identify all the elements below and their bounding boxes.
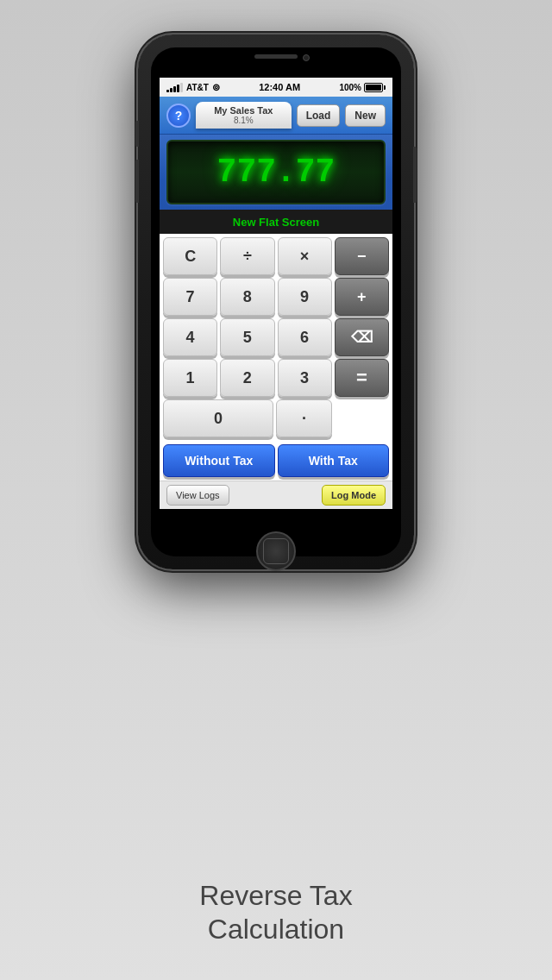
home-button-inner [263, 538, 289, 564]
carrier-label: AT&T [186, 83, 209, 92]
load-button[interactable]: Load [297, 104, 341, 127]
home-button[interactable] [256, 531, 296, 571]
screen: AT&T ⊚ 12:40 AM 100% [160, 78, 392, 509]
status-right: 100% [339, 83, 386, 92]
key-plus[interactable]: + [335, 278, 389, 316]
signal-bar-3 [173, 86, 176, 92]
item-label: New Flat Screen [233, 216, 319, 229]
item-label-bar: New Flat Screen [160, 210, 392, 234]
status-time: 12:40 AM [259, 82, 300, 92]
status-bar: AT&T ⊚ 12:40 AM 100% [160, 78, 392, 97]
speaker [254, 54, 298, 59]
key-equals[interactable]: = [335, 359, 389, 397]
key-multiply[interactable]: × [278, 237, 332, 275]
key-spacer [335, 399, 389, 437]
calculator-display: 777.77 [166, 140, 386, 204]
key-clear[interactable]: C [163, 237, 217, 275]
key-row-4: 1 2 3 = [163, 359, 389, 397]
side-button-power [413, 147, 417, 203]
page-wrapper: AT&T ⊚ 12:40 AM 100% [0, 0, 552, 980]
key-6[interactable]: 6 [278, 318, 332, 356]
phone-shell: AT&T ⊚ 12:40 AM 100% [138, 35, 414, 569]
key-9[interactable]: 9 [278, 278, 332, 316]
action-row: Without Tax With Tax [160, 441, 392, 481]
key-backspace[interactable]: ⌫ [335, 318, 389, 356]
battery-icon [364, 83, 386, 92]
camera [303, 54, 310, 61]
battery-tip [384, 85, 386, 90]
key-4[interactable]: 4 [163, 318, 217, 356]
profile-tab[interactable]: My Sales Tax 8.1% [196, 102, 292, 129]
key-row-3: 4 5 6 ⌫ [163, 318, 389, 356]
view-logs-button[interactable]: View Logs [166, 485, 229, 506]
bottom-bar: View Logs Log Mode [160, 481, 392, 509]
key-5[interactable]: 5 [220, 318, 274, 356]
wifi-icon: ⊚ [212, 82, 220, 93]
side-button-volume [135, 160, 139, 203]
phone-inner: AT&T ⊚ 12:40 AM 100% [151, 47, 401, 556]
key-row-2: 7 8 9 + [163, 278, 389, 316]
profile-name: My Sales Tax [203, 105, 285, 116]
status-left: AT&T ⊚ [166, 82, 220, 93]
key-3[interactable]: 3 [278, 359, 332, 397]
toolbar: ? My Sales Tax 8.1% Load New [160, 97, 392, 135]
key-divide[interactable]: ÷ [220, 237, 274, 275]
keypad: C ÷ × − 7 8 9 + [160, 234, 392, 441]
profile-rate: 8.1% [203, 116, 285, 125]
signal-bar-5 [180, 83, 183, 92]
help-button[interactable]: ? [166, 104, 191, 128]
footer-text: Reverse Tax Calculation [199, 879, 352, 945]
signal-bar-1 [166, 90, 169, 92]
without-tax-button[interactable]: Without Tax [163, 444, 275, 477]
signal-bar-4 [177, 85, 179, 92]
key-1[interactable]: 1 [163, 359, 217, 397]
key-7[interactable]: 7 [163, 278, 217, 316]
with-tax-button[interactable]: With Tax [278, 444, 390, 477]
signal-bar-2 [170, 88, 172, 92]
display-value: 777.77 [217, 154, 336, 191]
key-row-5: 0 · [163, 399, 389, 437]
key-0[interactable]: 0 [163, 399, 273, 437]
key-row-1: C ÷ × − [163, 237, 389, 275]
app-container: ? My Sales Tax 8.1% Load New 777.77 [160, 97, 392, 509]
key-decimal[interactable]: · [276, 399, 332, 437]
battery-percent: 100% [339, 83, 361, 92]
calculator-area: New Flat Screen C ÷ × − [160, 210, 392, 509]
footer-line1: Reverse Tax Calculation [199, 879, 352, 945]
new-button[interactable]: New [345, 104, 386, 127]
key-2[interactable]: 2 [220, 359, 274, 397]
battery-body [364, 83, 383, 92]
battery-fill [366, 85, 381, 91]
signal-bars [166, 83, 183, 92]
side-button-mute [135, 121, 139, 147]
key-8[interactable]: 8 [220, 278, 274, 316]
log-mode-button[interactable]: Log Mode [322, 485, 386, 506]
key-minus[interactable]: − [335, 237, 389, 275]
